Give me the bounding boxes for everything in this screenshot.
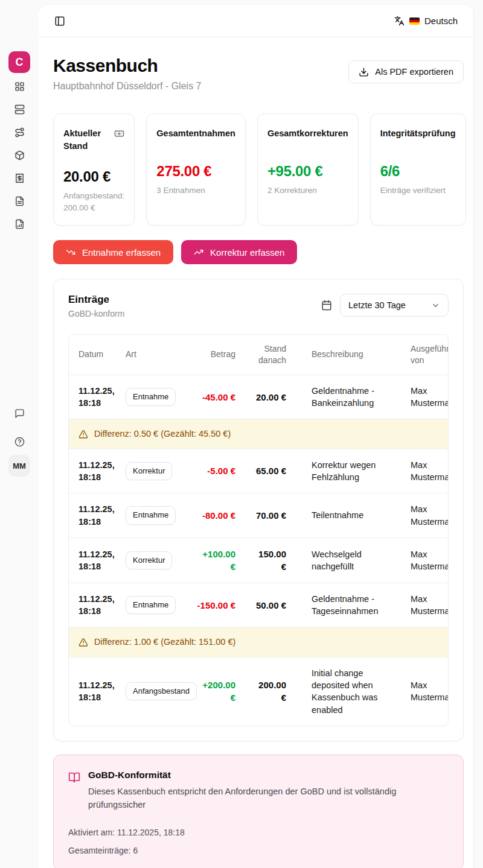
panel-toggle-icon[interactable] [54,16,65,27]
page-subtitle: Hauptbahnhof Düsseldorf - Gleis 7 [53,81,201,92]
products-package-icon[interactable] [14,150,25,160]
reports-file-chart-icon[interactable] [14,219,25,229]
entry-type-badge: Entnahme [126,506,176,524]
user-avatar[interactable]: MM [8,455,30,477]
german-flag-icon [409,17,420,25]
sidebar-nav [0,81,39,229]
terminals-server-icon[interactable] [14,104,25,115]
table-row: 11.12.25, 18:18 Korrektur +100.00 € 150.… [69,537,449,583]
entry-balance: 70.00 € [245,493,296,538]
entry-type-badge: Entnahme [126,596,176,614]
entries-card: Einträge GoBD-konform Letzte 30 Tage [53,279,464,741]
content: Kassenbuch Hauptbahnhof Düsseldorf - Gle… [39,37,473,868]
col-beschreibung: Beschreibung [296,335,401,375]
col-stand-danach: Stand danach [245,335,296,375]
stat-card-total-withdrawals: Gesamtentnahmen 275.00 € 3 Entnahmen [146,113,246,226]
col-betrag: Betrag [187,335,245,375]
record-adjustment-label: Korrektur erfassen [210,247,284,258]
entry-type-badge: Korrektur [126,462,172,480]
entry-description: Wechselgeld nachgefüllt [296,537,401,583]
col-datum: Datum [69,335,116,375]
col-art: Art [116,335,187,375]
chat-icon[interactable] [14,408,25,419]
date-range-select[interactable]: Letzte 30 Tage [340,294,449,317]
chevron-down-icon [431,301,440,310]
stat-sub: 2 Korrekturen [267,185,348,197]
stat-title: Gesamtentnahmen [156,127,235,140]
sidebar-bottom: MM [0,408,39,477]
record-adjustment-button[interactable]: Korrektur erfassen [181,240,297,264]
entry-amount: +100.00 € [187,537,245,583]
entry-performed-by: Max Mustermann [401,657,449,726]
entry-date: 11.12.25, 18:18 [69,657,116,726]
action-buttons: Entnahme erfassen Korrektur erfassen [53,240,464,264]
difference-warning-text: Differenz: 0.50 € (Gezählt: 45.50 €) [94,428,231,440]
compliance-total-entries: Gesamteinträge: 6 [68,846,449,855]
entry-balance: 50.00 € [245,583,296,627]
sidebar: C MM [0,0,39,868]
stat-value: +95.00 € [267,163,348,180]
record-withdrawal-button[interactable]: Entnahme erfassen [53,240,173,264]
table-row: 11.12.25, 18:18 Entnahme -80.00 € 70.00 … [69,493,449,538]
difference-warning-row: Differenz: 0.50 € (Gezählt: 45.50 €) [69,419,449,449]
difference-warning-row: Differenz: 1.00 € (Gezählt: 151.00 €) [69,627,449,657]
receipt-icon[interactable] [14,173,25,183]
language-switcher[interactable]: Deutsch [394,16,458,26]
entry-amount: -80.00 € [187,493,245,538]
export-pdf-button[interactable]: Als PDF exportieren [348,60,464,83]
stat-cards: Aktueller Stand 20.00 € Anfangsbestand: … [53,113,464,226]
stat-title: Gesamtkorrekturen [267,127,348,140]
entry-description: Teilentnahme [296,493,401,538]
entry-date: 11.12.25, 18:18 [69,375,116,419]
entry-date: 11.12.25, 18:18 [69,493,116,538]
stat-card-total-adjustments: Gesamtkorrekturen +95.00 € 2 Korrekturen [257,113,359,226]
stat-value: 6/6 [380,163,456,180]
entry-balance: 200.00 € [245,657,296,726]
dashboard-grid-icon[interactable] [14,81,25,92]
topbar: Deutsch [39,5,473,37]
export-pdf-label: Als PDF exportieren [375,67,453,77]
stat-sub: 3 Entnahmen [156,185,235,197]
entry-balance: 65.00 € [245,449,296,493]
entry-performed-by: Max Mustermann [401,449,449,493]
col-ausgefuehrt-von: Ausgeführt von [401,335,449,375]
entry-amount: -5.00 € [187,449,245,493]
entry-performed-by: Max Mustermann [401,493,449,538]
translate-icon [394,16,405,26]
calendar-icon [321,300,332,311]
table-row: 11.12.25, 18:18 Entnahme -45.00 € 20.00 … [69,375,449,419]
entries-title: Einträge [68,294,124,306]
entry-description: Geldentnahme - Bankeinzahlung [296,375,401,419]
date-range-value: Letzte 30 Tage [348,300,406,310]
warning-triangle-icon [78,429,88,439]
gobd-compliance-box: GoBD-Konformität Dieses Kassenbuch entsp… [53,755,464,868]
download-icon [359,67,369,77]
compliance-activated-at: Aktiviert am: 11.12.2025, 18:18 [68,828,449,837]
stat-sub: Anfangsbestand: 200.00 € [63,190,124,214]
book-open-icon [68,771,80,784]
entry-type-badge: Korrektur [126,551,172,569]
help-icon[interactable] [14,437,25,447]
stat-title: Aktueller Stand [63,127,114,153]
entry-performed-by: Max Mustermann [401,537,449,583]
compliance-title: GoBD-Konformität [88,770,426,781]
entry-amount: -45.00 € [187,375,245,419]
entry-amount: -150.00 € [187,583,245,627]
entry-date: 11.12.25, 18:18 [69,449,116,493]
table-row: 11.12.25, 18:18 Korrektur -5.00 € 65.00 … [69,449,449,493]
entry-date: 11.12.25, 18:18 [69,537,116,583]
entry-type-badge: Anfangsbestand [126,682,197,700]
table-row: 11.12.25, 18:18 Anfangsbestand +200.00 €… [69,657,449,726]
app-logo[interactable]: C [8,51,30,73]
entry-performed-by: Max Mustermann [401,375,449,419]
entries-table: Datum Art Betrag Stand danach Beschreibu… [68,334,449,726]
table-header-row: Datum Art Betrag Stand danach Beschreibu… [69,335,449,375]
main-panel: Deutsch Kassenbuch Hauptbahnhof Düsseldo… [39,5,473,868]
documents-file-icon[interactable] [14,196,25,206]
entry-balance: 150.00 € [245,537,296,583]
stat-card-integrity-check: Integritätsprüfung 6/6 Einträge verifizi… [370,113,466,226]
route-flow-icon[interactable] [14,127,25,138]
entry-balance: 20.00 € [245,375,296,419]
stat-title: Integritätsprüfung [380,127,456,140]
entries-subtitle: GoBD-konform [68,309,124,318]
